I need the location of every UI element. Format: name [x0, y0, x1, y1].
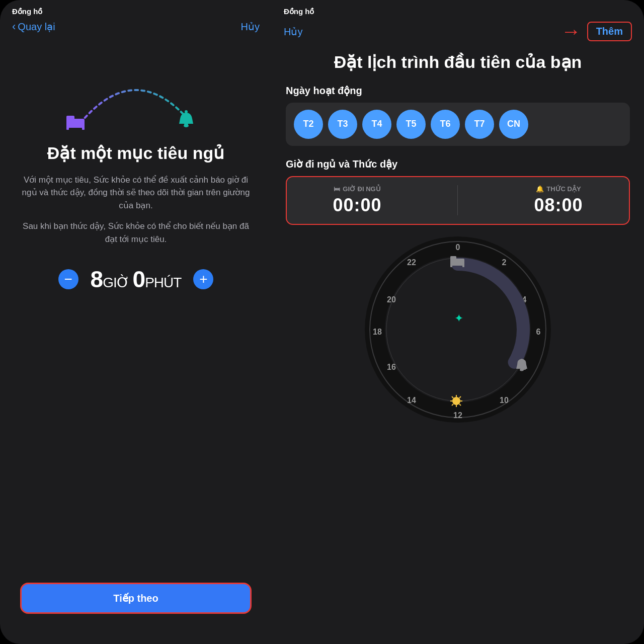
days-row: T2T3T4T5T6T7CN — [286, 103, 630, 146]
svg-point-29 — [452, 397, 460, 405]
svg-rect-3 — [82, 126, 85, 130]
them-container: → Thêm — [561, 20, 632, 43]
description-1: Với một mục tiêu, Sức khỏe có thể đề xuấ… — [0, 164, 272, 212]
right-content: Đặt lịch trình đầu tiên của bạn Ngày hoạ… — [272, 47, 644, 430]
day-circle-t3[interactable]: T3 — [328, 110, 357, 139]
status-text-left: Đồng hồ — [12, 7, 43, 16]
svg-point-27 — [520, 368, 524, 371]
red-arrow-icon: → — [561, 20, 581, 43]
main-title: Đặt một mục tiêu ngủ — [27, 138, 245, 164]
time-display-box[interactable]: 🛏 GIỜ ĐI NGỦ 00:00 🔔 THỨC DẬY 08:00 — [286, 176, 630, 225]
day-circle-t2[interactable]: T2 — [294, 110, 323, 139]
schedule-title: Đặt lịch trình đầu tiên của bạn — [286, 52, 630, 72]
status-text-right: Đồng hồ — [284, 7, 314, 16]
status-bar-left: Đồng hồ — [0, 0, 272, 16]
back-label: Quay lại — [18, 21, 55, 33]
time-divider — [457, 185, 458, 215]
left-panel: Đồng hồ ‹ Quay lại Hủy — [0, 0, 272, 644]
svg-text:18: 18 — [373, 328, 382, 336]
svg-rect-25 — [450, 265, 452, 267]
status-bar-right: Đồng hồ — [272, 0, 644, 16]
bell-icon: 🔔 — [536, 185, 544, 193]
duration-row: − 8giờ 0phút + — [38, 266, 234, 293]
wake-time-col: 🔔 THỨC DẬY 08:00 — [534, 185, 583, 216]
day-circle-cn[interactable]: CN — [499, 110, 528, 139]
svg-text:6: 6 — [536, 328, 541, 336]
cancel-button-left[interactable]: Hủy — [241, 21, 260, 33]
plus-button[interactable]: + — [193, 269, 213, 289]
time-section-label: Giờ đi ngủ và Thức dậy — [286, 158, 630, 170]
svg-rect-2 — [66, 126, 69, 130]
gio-label: giờ — [103, 275, 132, 290]
svg-text:22: 22 — [407, 258, 416, 267]
svg-rect-26 — [462, 265, 464, 267]
next-button[interactable]: Tiếp theo — [20, 583, 252, 614]
wake-time-value: 08:00 — [534, 195, 583, 216]
phut-label: phút — [145, 275, 181, 290]
day-circle-t7[interactable]: T7 — [465, 110, 494, 139]
svg-rect-1 — [66, 116, 74, 122]
svg-rect-24 — [450, 256, 456, 261]
day-circle-t5[interactable]: T5 — [396, 110, 426, 139]
minus-button[interactable]: − — [58, 269, 78, 289]
svg-point-5 — [184, 124, 189, 127]
svg-text:20: 20 — [387, 295, 396, 304]
svg-text:2: 2 — [502, 258, 507, 267]
svg-text:12: 12 — [453, 411, 462, 420]
svg-point-9 — [385, 257, 531, 403]
svg-text:✦: ✦ — [454, 312, 463, 325]
svg-text:16: 16 — [387, 363, 396, 371]
duration-value: 8giờ 0phút — [91, 266, 182, 293]
sleep-time-value: 00:00 — [333, 195, 381, 216]
description-2: Sau khi bạn thức dậy, Sức khỏe có thể ch… — [0, 212, 272, 246]
arc-illustration — [50, 47, 221, 138]
nav-bar-right: Hủy → Thêm — [272, 16, 644, 47]
bed-icon: 🛏 — [334, 185, 340, 193]
svg-point-6 — [185, 110, 188, 113]
day-circle-t6[interactable]: T6 — [431, 110, 460, 139]
right-panel: Đồng hồ Hủy → Thêm Đặt lịch trình đầu ti… — [272, 0, 644, 644]
day-circle-t4[interactable]: T4 — [362, 110, 391, 139]
clock-dial[interactable]: 0 2 6 10 12 14 18 22 4 8 16 20 — [362, 234, 553, 425]
svg-text:0: 0 — [456, 243, 460, 252]
duration-hours: 8 — [91, 266, 103, 292]
days-label: Ngày hoạt động — [286, 85, 630, 97]
sleep-time-label: 🛏 GIỜ ĐI NGỦ — [334, 185, 380, 193]
them-button[interactable]: Thêm — [587, 22, 632, 41]
wake-time-label: 🔔 THỨC DẬY — [536, 185, 581, 193]
svg-text:10: 10 — [500, 396, 509, 405]
chevron-left-icon: ‹ — [12, 20, 16, 33]
duration-minutes: 0 — [133, 266, 145, 292]
clock-dial-container: 0 2 6 10 12 14 18 22 4 8 16 20 — [286, 234, 630, 425]
sleep-time-col: 🛏 GIỜ ĐI NGỦ 00:00 — [333, 185, 381, 216]
back-button[interactable]: ‹ Quay lại — [12, 20, 55, 33]
cancel-button-right[interactable]: Hủy — [284, 26, 302, 38]
nav-bar-left: ‹ Quay lại Hủy — [0, 16, 272, 37]
svg-text:14: 14 — [407, 396, 416, 405]
